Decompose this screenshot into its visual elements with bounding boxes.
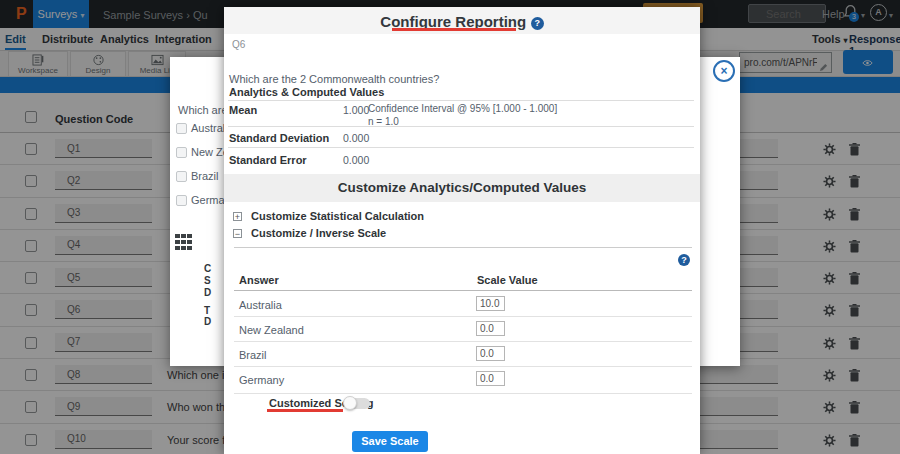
divider bbox=[234, 393, 692, 394]
questionpro-app: P Surveys ▾ Sample Surveys › Qu Help 3 ▾… bbox=[0, 0, 900, 454]
scale-value-input[interactable] bbox=[476, 321, 505, 336]
question-code-label: Q6 bbox=[232, 39, 245, 50]
divider bbox=[234, 316, 692, 317]
answer-checkbox[interactable] bbox=[176, 195, 187, 206]
customized-scaling-toggle[interactable] bbox=[345, 398, 370, 409]
answer-label: Brazil bbox=[239, 349, 267, 361]
divider bbox=[234, 247, 692, 248]
accordion-statistical-calculation[interactable]: + Customize Statistical Calculation bbox=[233, 210, 424, 222]
section-title: Analytics & Computed Values bbox=[229, 86, 384, 98]
divider bbox=[234, 290, 692, 291]
question-text: Which are the 2 Commonwealth countries? bbox=[229, 73, 439, 85]
close-icon[interactable]: × bbox=[713, 60, 735, 82]
red-annotation-underline bbox=[392, 28, 516, 31]
answer-label: Australia bbox=[239, 299, 282, 311]
answer-checkbox[interactable] bbox=[176, 171, 187, 182]
divider bbox=[234, 366, 692, 367]
help-icon[interactable]: ? bbox=[531, 17, 544, 30]
divider bbox=[228, 147, 694, 148]
expand-plus-icon: + bbox=[233, 212, 242, 221]
stat-label: Mean bbox=[229, 104, 257, 116]
dialog-header: Configure Reporting ? bbox=[224, 7, 700, 34]
divider bbox=[228, 100, 694, 101]
clipped-label: D bbox=[204, 316, 211, 327]
stat-value: 0.000 bbox=[343, 154, 369, 166]
clipped-label: T bbox=[204, 305, 210, 316]
stat-label: Standard Deviation bbox=[229, 132, 329, 144]
answer-checkbox[interactable] bbox=[176, 147, 187, 158]
stat-value: 1.000 bbox=[343, 104, 369, 116]
scale-value-input[interactable] bbox=[476, 371, 505, 386]
customize-banner: Customize Analytics/Computed Values bbox=[224, 174, 700, 202]
configure-reporting-dialog: Configure Reporting ? Q6 Which are the 2… bbox=[224, 7, 700, 454]
divider bbox=[228, 126, 694, 127]
stat-label: Standard Error bbox=[229, 154, 307, 166]
clipped-label: C bbox=[204, 263, 211, 274]
table-grid-icon bbox=[175, 234, 192, 254]
answer-label: New Zealand bbox=[239, 324, 304, 336]
column-header-scale-value: Scale Value bbox=[477, 274, 538, 286]
clipped-label: S bbox=[204, 275, 211, 286]
answer-checkbox[interactable] bbox=[176, 123, 187, 134]
help-icon[interactable]: ? bbox=[678, 254, 690, 266]
scale-value-input[interactable] bbox=[476, 346, 505, 361]
answer-label: Germany bbox=[239, 374, 284, 386]
answer-option: Brazil bbox=[191, 170, 219, 182]
save-scale-values-button[interactable]: Save Scale Values bbox=[352, 431, 428, 452]
accordion-inverse-scale[interactable]: − Customize / Inverse Scale bbox=[233, 227, 386, 239]
divider bbox=[234, 341, 692, 342]
clipped-label: D bbox=[204, 287, 211, 298]
collapse-minus-icon: − bbox=[233, 229, 242, 238]
column-header-answer: Answer bbox=[239, 274, 279, 286]
stat-value: 0.000 bbox=[343, 132, 369, 144]
scale-value-input[interactable] bbox=[476, 296, 505, 311]
toggle-knob bbox=[343, 396, 357, 410]
stat-extra: Confidence Interval @ 95% [1.000 - 1.000… bbox=[368, 102, 557, 128]
red-annotation-underline bbox=[267, 409, 343, 412]
